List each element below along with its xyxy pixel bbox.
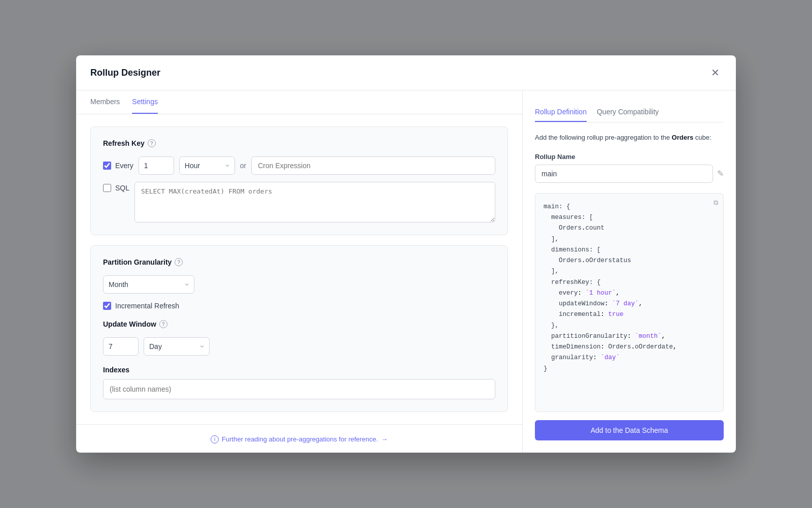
incremental-refresh-label: Incremental Refresh <box>115 302 179 310</box>
indexes-title: Indexes <box>103 366 495 374</box>
incremental-refresh-checkbox[interactable] <box>103 302 111 310</box>
right-tabs: Rollup Definition Query Compatibility <box>535 103 724 122</box>
rollup-description: Add the following rollup pre-aggregation… <box>535 133 724 143</box>
refresh-key-card: Refresh Key ? Every <box>90 126 508 235</box>
rollup-designer-modal: Rollup Designer ✕ Members Settings Refre… <box>76 55 736 453</box>
further-reading-link[interactable]: i Further reading about pre-aggregations… <box>211 435 388 443</box>
update-window-number-input[interactable] <box>103 337 139 356</box>
modal-backdrop: Rollup Designer ✕ Members Settings Refre… <box>0 0 812 508</box>
or-text: or <box>240 162 246 170</box>
add-to-data-schema-button[interactable]: Add to the Data Schema <box>535 420 724 440</box>
tab-query-compatibility[interactable]: Query Compatibility <box>597 103 659 122</box>
update-window-help-icon[interactable]: ? <box>159 320 167 328</box>
cron-expression-input[interactable] <box>251 156 495 175</box>
every-checkbox[interactable] <box>103 162 111 170</box>
update-window-title: Update Window ? <box>103 320 495 328</box>
left-panel: Members Settings Refresh Key ? <box>76 90 523 453</box>
code-block: ⧉ main: { measures: [ Orders.count ], di… <box>535 193 724 412</box>
partition-granularity-select[interactable]: Hour Day Week Month Quarter Year <box>103 275 194 294</box>
rollup-name-label: Rollup Name <box>535 153 724 161</box>
partition-granularity-title: Partition Granularity ? <box>103 258 495 266</box>
sql-checkbox-container: SQL <box>103 184 129 192</box>
every-checkbox-container: Every <box>103 162 133 170</box>
right-panel: Rollup Definition Query Compatibility Ad… <box>523 90 736 453</box>
tab-members[interactable]: Members <box>90 90 120 114</box>
update-window-row: Hour Day Week Month <box>103 337 495 356</box>
edit-rollup-name-button[interactable]: ✎ <box>717 169 724 178</box>
copy-icon: ⧉ <box>714 199 718 206</box>
rollup-name-input[interactable] <box>535 165 713 183</box>
modal-header: Rollup Designer ✕ <box>76 55 736 90</box>
indexes-input[interactable] <box>103 379 495 399</box>
left-content: Refresh Key ? Every <box>76 114 522 424</box>
modal-body: Members Settings Refresh Key ? <box>76 90 736 453</box>
rollup-name-row: ✎ <box>535 165 724 183</box>
footer-link-container: i Further reading about pre-aggregations… <box>76 424 522 453</box>
modal-title: Rollup Designer <box>90 68 160 78</box>
refresh-key-every-row: Every Hour Day Week Month <box>103 156 495 175</box>
close-icon: ✕ <box>711 67 720 78</box>
close-button[interactable]: ✕ <box>709 66 722 80</box>
sql-label: SQL <box>115 184 129 192</box>
info-icon: i <box>211 435 219 443</box>
copy-code-button[interactable]: ⧉ <box>714 199 718 207</box>
tab-rollup-definition[interactable]: Rollup Definition <box>535 103 587 122</box>
sql-checkbox[interactable] <box>103 184 111 192</box>
refresh-key-title: Refresh Key ? <box>103 139 495 147</box>
every-label: Every <box>115 162 133 170</box>
every-number-input[interactable] <box>139 156 174 175</box>
tab-settings[interactable]: Settings <box>132 90 158 114</box>
refresh-key-help-icon[interactable]: ? <box>148 139 156 147</box>
update-window-unit-select[interactable]: Hour Day Week Month <box>144 337 210 356</box>
partition-help-icon[interactable]: ? <box>175 258 183 266</box>
left-tabs: Members Settings <box>76 90 522 114</box>
sql-textarea[interactable] <box>134 182 495 223</box>
sql-row: SQL <box>103 182 495 223</box>
incremental-refresh-row: Incremental Refresh <box>103 302 495 310</box>
partition-granularity-card: Partition Granularity ? Hour Day Week Mo… <box>90 245 508 412</box>
hour-select[interactable]: Hour Day Week Month <box>179 156 235 175</box>
edit-icon: ✎ <box>717 169 724 178</box>
